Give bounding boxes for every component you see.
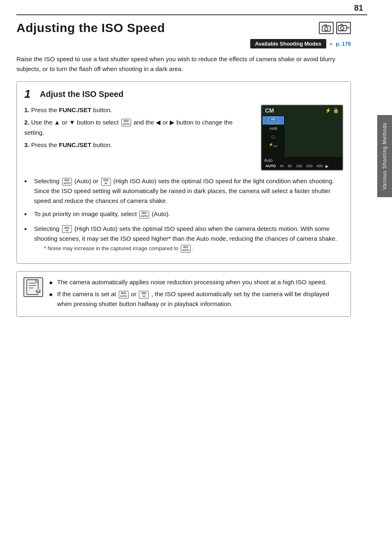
bullet-item-1: • Selecting ISO AUTO (Auto) or ISO HI (H… [24, 176, 343, 206]
svg-rect-2 [325, 25, 327, 26]
cam-iso-100: 100 [295, 164, 303, 168]
svg-point-12 [37, 289, 39, 291]
instruction-2-num: 2. [24, 119, 30, 126]
cam-menu-iso: ISO AUTO [263, 116, 284, 124]
chevron-icon: » [330, 41, 332, 47]
bullet-text-2: To put priority on image quality, select… [34, 209, 170, 219]
cam-iso-80: 80 [286, 164, 293, 168]
cam-bottom-bar: Auto AUTO HI 80 100 200 400 ▶ [262, 157, 342, 170]
step-title: Adjust the ISO Speed [40, 90, 123, 99]
footnote-1: * Noise may increase in the captured ima… [44, 244, 343, 253]
note-bullet-1: ● The camera automatically applies noise… [49, 277, 344, 288]
bullet-dot-2: • [24, 209, 31, 221]
note-text-2: If the camera is set at ISO AUTO or ISO … [57, 289, 344, 309]
instruction-1-num: 1. [24, 106, 30, 113]
note-bullet-dot-2: ● [49, 289, 55, 300]
bullet-item-2: • To put priority on image quality, sele… [24, 209, 343, 221]
note-bullet-2: ● If the camera is set at ISO AUTO or IS… [49, 289, 344, 309]
cam-status-icons: ⚡ 🔒 [325, 108, 339, 113]
cam-mode-label: CM [265, 107, 274, 114]
camera-icon-still [319, 22, 334, 34]
page-title: Adjusting the ISO Speed [16, 21, 165, 35]
bullet-dot-1: • [24, 176, 31, 188]
cam-menu-list: ISO AUTO AWB □ ⚡OFF [262, 115, 285, 157]
shooting-modes-bar: Available Shooting Modes » p. 178 [16, 39, 351, 48]
step-number: 1 [24, 88, 34, 100]
iso-auto-footnote: ISO AUTO [181, 245, 191, 253]
instruction-3: 3. Press the FUNC./SET button. [24, 140, 253, 150]
bullet-item-3: • Selecting ISO HI (High ISO Auto) sets … [24, 224, 343, 253]
title-section: Adjusting the ISO Speed M [16, 21, 351, 35]
camera-icon-cm: M [336, 22, 351, 34]
note-bullet-dot-1: ● [49, 277, 55, 288]
cam-iso-hi: HI [279, 164, 285, 168]
iso-auto-icon-inline: ISO AUTO [121, 119, 131, 127]
cam-iso-options: AUTO HI 80 100 200 400 ▶ [264, 164, 340, 168]
intro-text: Raise the ISO speed to use a fast shutte… [16, 54, 351, 74]
cam-iso-more-icon: ▶ [325, 164, 329, 168]
cam-menu-flash-off: ⚡OFF [263, 141, 284, 149]
cam-main-area: ISO AUTO AWB □ ⚡OFF [262, 115, 342, 157]
step-body: 1. Press the FUNC./SET button. 2. Use th… [24, 105, 343, 170]
note-text-1: The camera automatically applies noise r… [57, 277, 327, 287]
cam-iso-auto: AUTO [264, 164, 277, 168]
instruction-1: 1. Press the FUNC./SET button. [24, 105, 253, 115]
bullet-text-1: Selecting ISO AUTO (Auto) or ISO HI (Hig… [34, 176, 343, 206]
cam-flash-icon: ⚡ [325, 108, 331, 113]
svg-point-4 [341, 27, 344, 30]
note-text-container: ● The camera automatically applies noise… [49, 277, 344, 311]
instruction-3-num: 3. [24, 141, 30, 148]
iso-hi-bullet1b: ISO HI [101, 178, 111, 186]
svg-rect-5 [341, 24, 343, 25]
iso-auto-note2a: ISO AUTO [119, 291, 129, 299]
page-reference: p. 178 [336, 41, 351, 47]
camera-icons-group: M [319, 22, 351, 34]
cam-iso-200: 200 [305, 164, 314, 168]
step-header: 1 Adjust the ISO Speed [24, 88, 343, 100]
cam-lock-icon: 🔒 [333, 108, 339, 113]
cam-top-bar: CM ⚡ 🔒 [262, 106, 342, 115]
cam-menu-awb: AWB [263, 124, 284, 133]
note-icon [23, 277, 43, 297]
cam-viewfinder [285, 115, 342, 157]
bullet-section: • Selecting ISO AUTO (Auto) or ISO HI (H… [24, 176, 343, 253]
cam-iso-400: 400 [315, 164, 324, 168]
iso-hi-note2b: ISO HI [139, 291, 149, 299]
bullet-dot-3: • [24, 223, 31, 235]
svg-point-1 [325, 27, 328, 30]
step-section: 1 Adjust the ISO Speed 1. Press the FUNC… [16, 81, 351, 264]
step-instructions: 1. Press the FUNC./SET button. 2. Use th… [24, 105, 253, 170]
sidebar-tab: Various Shooting Methods [377, 115, 392, 197]
iso-hi-bullet3: ISO HI [62, 225, 72, 233]
camera-screen-mockup: CM ⚡ 🔒 ISO AUTO [261, 105, 343, 170]
cam-auto-label: Auto [264, 158, 340, 163]
shooting-modes-badge: Available Shooting Modes [250, 39, 326, 48]
instruction-2: 2. Use the ▲ or ▼ button to select ISO A… [24, 117, 253, 138]
cam-menu-rect: □ [263, 133, 284, 141]
page-number: 81 [354, 3, 367, 13]
iso-auto-bullet1a: ISO AUTO [62, 178, 72, 186]
bullet-text-3: Selecting ISO HI (High ISO Auto) sets th… [34, 224, 343, 253]
note-box: ● The camera automatically applies noise… [16, 271, 351, 317]
iso-auto-bullet2: ISO AUTO [139, 211, 149, 219]
svg-text:M: M [347, 26, 349, 30]
